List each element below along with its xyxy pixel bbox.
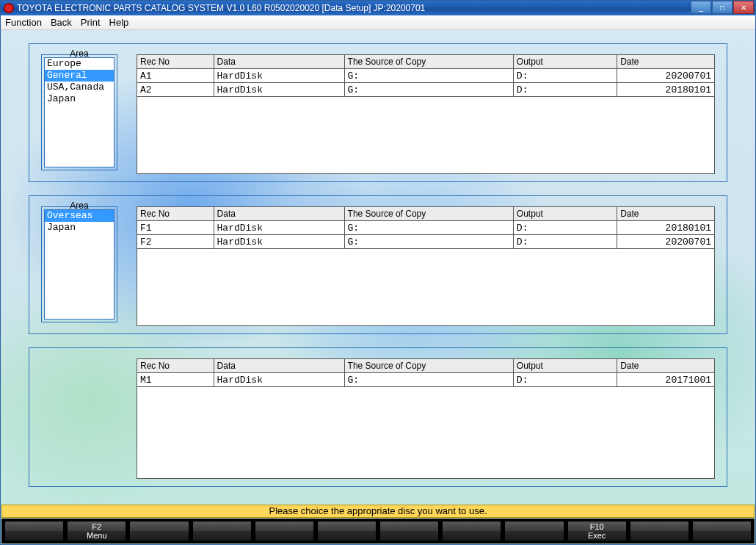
fkey-f10-key: F10 — [590, 522, 604, 531]
window-controls: _ □ ✕ — [690, 1, 754, 14]
app-window: TOYOTA ELECTRONIC PARTS CATALOG SYSTEM V… — [0, 0, 756, 545]
window-title: TOYOTA ELECTRONIC PARTS CATALOG SYSTEM V… — [17, 3, 425, 13]
data-table-0[interactable]: Rec No Data The Source of Copy Output Da… — [137, 54, 715, 97]
fkey-f8[interactable] — [442, 521, 501, 541]
fkey-f3[interactable] — [129, 521, 189, 541]
col-header-out-0[interactable]: Output — [513, 55, 617, 69]
cell-recno: F1 — [137, 221, 214, 235]
cell-out: D: — [513, 373, 617, 387]
cell-recno: F2 — [137, 235, 214, 249]
table-row[interactable]: F2 HardDisk G: D: 20200701 — [137, 235, 715, 249]
table-row[interactable]: A1 HardDisk G: D: 20200701 — [137, 69, 715, 83]
col-header-recno-2[interactable]: Rec No — [137, 359, 214, 373]
cell-recno: A2 — [137, 83, 214, 97]
fkey-f10-label: Exec — [588, 531, 606, 540]
col-header-date-1[interactable]: Date — [617, 207, 715, 221]
fkey-bar: F2 Menu F10 Exec — [1, 519, 755, 544]
area-frame-0: Area Europe General USA,Canada Japan — [41, 54, 117, 170]
table-wrap-1: Rec No Data The Source of Copy Output Da… — [137, 206, 715, 326]
col-header-data-0[interactable]: Data — [214, 55, 344, 69]
col-header-date-0[interactable]: Date — [617, 55, 715, 69]
table-pad-2 — [137, 387, 715, 479]
panel-2: Rec No Data The Source of Copy Output Da… — [29, 347, 727, 487]
cell-recno: A1 — [137, 69, 214, 83]
fkey-f9[interactable] — [504, 521, 564, 541]
table-pad-0 — [137, 97, 715, 174]
menu-function[interactable]: Function — [5, 17, 42, 28]
area-item-overseas[interactable]: Overseas — [45, 210, 114, 222]
table-row[interactable]: M1 HardDisk G: D: 20171001 — [137, 373, 715, 387]
area-item-japan-1[interactable]: Japan — [45, 222, 114, 234]
area-label-0: Area — [67, 48, 91, 59]
cell-out: D: — [513, 235, 617, 249]
area-list-0[interactable]: Europe General USA,Canada Japan — [44, 57, 115, 167]
area-frame-1: Area Overseas Japan — [41, 206, 117, 322]
col-header-src-0[interactable]: The Source of Copy — [344, 55, 513, 69]
cell-date: 20200701 — [617, 69, 715, 83]
area-item-europe[interactable]: Europe — [45, 58, 114, 70]
col-header-out-2[interactable]: Output — [513, 359, 617, 373]
cell-out: D: — [513, 221, 617, 235]
area-box-1: Area Overseas Japan — [41, 206, 117, 322]
cell-date: 20200701 — [617, 235, 715, 249]
app-icon — [4, 3, 14, 13]
cell-data: HardDisk — [214, 83, 344, 97]
area-item-general[interactable]: General — [45, 70, 114, 82]
maximize-button[interactable]: □ — [712, 1, 733, 14]
cell-data: HardDisk — [214, 69, 344, 83]
cell-recno: M1 — [137, 373, 214, 387]
cell-src: G: — [344, 83, 513, 97]
status-bar: Please choice the appropriate disc you w… — [1, 505, 755, 518]
table-wrap-0: Rec No Data The Source of Copy Output Da… — [137, 54, 715, 174]
fkey-f1[interactable] — [4, 521, 64, 541]
col-header-date-2[interactable]: Date — [617, 359, 715, 373]
fkey-f12[interactable] — [692, 521, 752, 541]
menu-help[interactable]: Help — [109, 17, 129, 28]
cell-src: G: — [344, 235, 513, 249]
data-table-2[interactable]: Rec No Data The Source of Copy Output Da… — [137, 358, 715, 387]
area-item-japan-0[interactable]: Japan — [45, 93, 114, 105]
fkey-f11[interactable] — [630, 521, 689, 541]
cell-src: G: — [344, 69, 513, 83]
client-area: Area Europe General USA,Canada Japan Rec… — [1, 30, 755, 544]
cell-data: HardDisk — [214, 221, 344, 235]
cell-out: D: — [513, 83, 617, 97]
col-header-recno-1[interactable]: Rec No — [137, 207, 214, 221]
fkey-f5[interactable] — [255, 521, 314, 541]
table-row[interactable]: A2 HardDisk G: D: 20180101 — [137, 83, 715, 97]
cell-out: D: — [513, 69, 617, 83]
fkey-f4[interactable] — [192, 521, 252, 541]
fkey-f2-key: F2 — [92, 522, 101, 531]
titlebar: TOYOTA ELECTRONIC PARTS CATALOG SYSTEM V… — [1, 1, 755, 15]
table-pad-1 — [137, 249, 715, 326]
menu-print[interactable]: Print — [81, 17, 101, 28]
col-header-src-2[interactable]: The Source of Copy — [344, 359, 513, 373]
menubar: Function Back Print Help — [1, 15, 755, 30]
area-label-1: Area — [67, 201, 91, 211]
table-row[interactable]: F1 HardDisk G: D: 20180101 — [137, 221, 715, 235]
fkey-f2[interactable]: F2 Menu — [67, 521, 126, 541]
table-wrap-2: Rec No Data The Source of Copy Output Da… — [137, 358, 715, 479]
fkey-f7[interactable] — [379, 521, 439, 541]
col-header-recno-0[interactable]: Rec No — [137, 55, 214, 69]
data-table-1[interactable]: Rec No Data The Source of Copy Output Da… — [137, 206, 715, 249]
cell-date: 20180101 — [617, 83, 715, 97]
fkey-f2-label: Menu — [87, 531, 107, 540]
fkey-f10[interactable]: F10 Exec — [567, 521, 627, 541]
cell-src: G: — [344, 221, 513, 235]
menu-back[interactable]: Back — [51, 17, 72, 28]
area-list-1[interactable]: Overseas Japan — [44, 209, 115, 320]
col-header-src-1[interactable]: The Source of Copy — [344, 207, 513, 221]
col-header-data-1[interactable]: Data — [214, 207, 344, 221]
area-item-usa-canada[interactable]: USA,Canada — [45, 82, 114, 93]
cell-src: G: — [344, 373, 513, 387]
cell-data: HardDisk — [214, 235, 344, 249]
cell-date: 20180101 — [617, 221, 715, 235]
cell-date: 20171001 — [617, 373, 715, 387]
close-button[interactable]: ✕ — [733, 1, 754, 14]
panel-1: Area Overseas Japan Rec No Data The Sour… — [29, 195, 727, 334]
col-header-out-1[interactable]: Output — [513, 207, 617, 221]
col-header-data-2[interactable]: Data — [214, 359, 344, 373]
minimize-button[interactable]: _ — [691, 1, 711, 14]
fkey-f6[interactable] — [317, 521, 377, 541]
